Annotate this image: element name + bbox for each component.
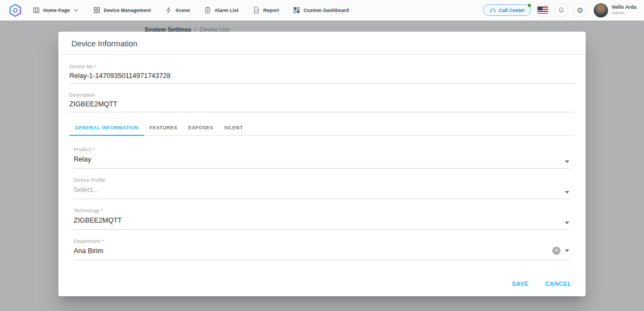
clipboard-icon <box>204 7 211 14</box>
product-label: Product * <box>74 147 570 152</box>
hexagon-logo-icon <box>8 3 22 17</box>
dialog-title: Device Information <box>58 32 586 55</box>
device-information-dialog: Device Information Device No * Descripti… <box>58 32 586 296</box>
nav-item-custom-dashboard[interactable]: Custom Dashboard <box>293 7 349 14</box>
report-icon <box>253 7 260 14</box>
lightning-icon <box>165 7 172 14</box>
dialog-body: Device No * Description GENERAL INFORMAT… <box>58 55 586 297</box>
product-value: Relay <box>74 156 570 163</box>
chevron-down-icon <box>73 7 79 13</box>
technology-label: Technology * <box>74 208 570 213</box>
tab-exposes[interactable]: EXPOSES <box>183 121 219 135</box>
device-no-input[interactable] <box>69 72 575 80</box>
tab-features[interactable]: FEATURES <box>144 121 183 135</box>
avatar <box>594 3 608 17</box>
device-profile-value: Select... <box>74 186 570 194</box>
general-information-panel: Product * Relay Device Profile Select...… <box>74 147 570 260</box>
home-columns-icon <box>33 7 40 14</box>
device-no-label: Device No * <box>69 64 575 69</box>
user-menu[interactable]: Hello Arda Admin <box>594 3 636 17</box>
settings-button[interactable]: ⚙ <box>573 3 587 17</box>
nav-item-device-management[interactable]: Device Management <box>93 7 151 14</box>
user-name: Hello Arda <box>612 4 636 10</box>
nav-item-scene[interactable]: Scene <box>165 7 190 14</box>
dashboard-icon <box>293 7 300 14</box>
dropdown-caret-icon <box>565 191 569 194</box>
description-field: Description <box>69 92 575 112</box>
device-profile-select[interactable]: Device Profile Select... <box>74 177 570 199</box>
device-no-field: Device No * <box>69 64 575 84</box>
dialog-tabs: GENERAL INFORMATION FEATURES EXPOSES SIL… <box>69 121 575 136</box>
call-center-label: Call Center <box>499 8 525 13</box>
dropdown-caret-icon <box>565 249 569 252</box>
call-center-button[interactable]: Call Center <box>483 4 532 16</box>
notifications-button[interactable] <box>554 3 568 17</box>
department-value: Ana Birim <box>74 247 570 255</box>
main-menu: Home Page Device Management Scene <box>33 7 349 14</box>
dialog-actions: SAVE CANCEL <box>508 277 576 290</box>
device-profile-label: Device Profile <box>74 177 570 183</box>
nav-label: Alarm List <box>214 8 238 13</box>
online-status-dot <box>528 4 531 7</box>
nav-label: Scene <box>176 8 190 13</box>
department-label: Department * <box>74 238 570 244</box>
grid-icon <box>93 7 100 14</box>
gear-icon: ⚙ <box>577 7 584 14</box>
technology-select[interactable]: Technology * ZIGBEE2MQTT <box>74 208 570 230</box>
app-logo[interactable] <box>8 3 23 18</box>
department-select[interactable]: Department * Ana Birim ✕ <box>74 238 570 260</box>
dropdown-caret-icon <box>565 160 569 163</box>
nav-label: Report <box>263 8 279 13</box>
bell-icon <box>558 7 565 14</box>
save-button[interactable]: SAVE <box>508 277 533 290</box>
tab-silent[interactable]: SILENT <box>219 121 248 135</box>
nav-label: Home Page <box>43 8 70 13</box>
cancel-button[interactable]: CANCEL <box>541 277 576 290</box>
nav-item-alarm-list[interactable]: Alarm List <box>204 7 238 14</box>
top-navbar: Home Page Device Management Scene <box>0 0 644 21</box>
clear-icon[interactable]: ✕ <box>552 247 560 255</box>
headset-icon <box>490 7 496 14</box>
nav-item-report[interactable]: Report <box>253 7 279 14</box>
description-label: Description <box>69 92 575 98</box>
tab-general-information[interactable]: GENERAL INFORMATION <box>69 121 144 135</box>
nav-label: Custom Dashboard <box>303 8 349 13</box>
nav-label: Device Management <box>104 8 151 13</box>
us-flag-icon <box>538 7 548 14</box>
user-role: Admin <box>612 10 636 16</box>
nav-item-home-page[interactable]: Home Page <box>33 7 79 14</box>
dropdown-caret-icon <box>565 222 569 224</box>
technology-value: ZIGBEE2MQTT <box>74 217 570 224</box>
description-input[interactable] <box>69 100 575 108</box>
language-flag-button[interactable] <box>536 3 550 17</box>
product-select[interactable]: Product * Relay <box>74 147 570 169</box>
navbar-right-group: Call Center ⚙ Hello Arda Admin <box>483 3 636 17</box>
